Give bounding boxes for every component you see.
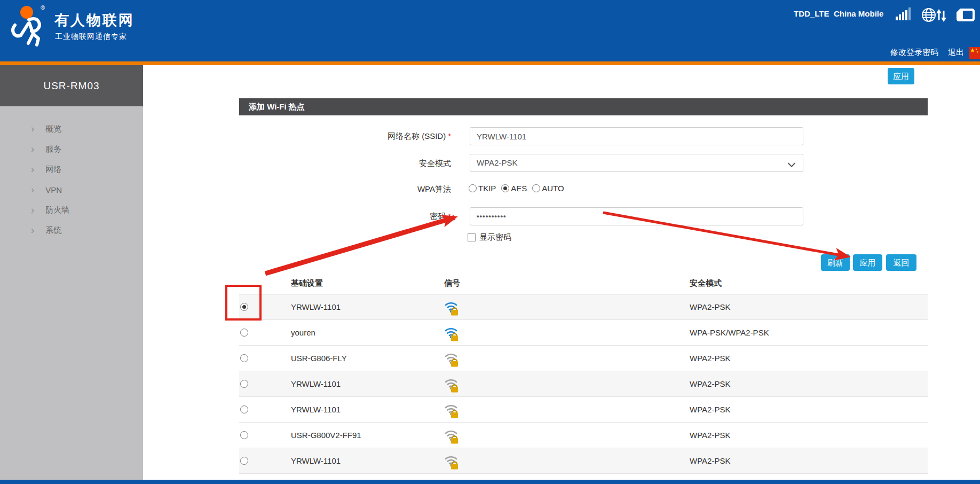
wpa-options: TKIP AES AUTO bbox=[469, 184, 567, 193]
table-row[interactable]: youren WPA-PSK/WPA2-PSK bbox=[239, 320, 928, 346]
required-asterisk: * bbox=[448, 212, 451, 221]
sidebar-item-label: 服务 bbox=[45, 144, 61, 154]
registered-mark: ® bbox=[41, 4, 45, 11]
back-button[interactable]: 返回 bbox=[886, 254, 916, 271]
table-row[interactable]: YRWLW-1101 WPA2-PSK bbox=[239, 397, 928, 423]
apply-button[interactable]: 应用 bbox=[853, 254, 882, 271]
bottom-blue-bar bbox=[0, 480, 980, 484]
required-asterisk: * bbox=[448, 131, 451, 140]
chevron-right-icon: › bbox=[31, 184, 34, 194]
top-header: ® 有人物联网 工业物联网通信专家 TDD_LTE China Mobile bbox=[0, 0, 980, 61]
logout-link[interactable]: 退出 bbox=[948, 48, 964, 58]
sidebar-item[interactable]: › 防火墙 bbox=[0, 200, 143, 220]
security-cell: WPA2-PSK bbox=[690, 405, 730, 414]
security-cell: WPA-PSK/WPA2-PSK bbox=[690, 328, 769, 337]
security-cell: WPA2-PSK bbox=[690, 354, 730, 363]
chevron-right-icon: › bbox=[31, 123, 34, 134]
ssid-cell: USR-G806-FLY bbox=[291, 354, 347, 363]
sidebar-item-label: 系统 bbox=[45, 225, 61, 236]
annotation-arrow-password bbox=[265, 217, 455, 274]
wpa-option[interactable]: TKIP bbox=[469, 184, 496, 193]
sim-card-icon bbox=[955, 7, 976, 25]
row-select-radio[interactable] bbox=[240, 431, 248, 439]
row-select-radio[interactable] bbox=[240, 303, 248, 311]
ssid-cell: youren bbox=[291, 328, 315, 337]
col-basic-settings: 基础设置 bbox=[291, 278, 323, 288]
row-select-radio[interactable] bbox=[240, 354, 248, 362]
table-row[interactable]: USR-G800V2-FF91 WPA2-PSK bbox=[239, 423, 928, 448]
sidebar-item[interactable]: › 系统 bbox=[0, 220, 143, 240]
security-cell: WPA2-PSK bbox=[690, 379, 730, 388]
col-signal: 信号 bbox=[444, 278, 460, 288]
password-input[interactable]: •••••••••• bbox=[470, 207, 803, 225]
security-cell: WPA2-PSK bbox=[690, 302, 730, 311]
chevron-right-icon: › bbox=[31, 144, 34, 154]
password-label: 密码* bbox=[239, 212, 451, 222]
network-type-label: TDD_LTE bbox=[794, 9, 829, 18]
carrier-label: China Mobile bbox=[834, 9, 883, 18]
brand-title: 有人物联网 bbox=[54, 11, 135, 30]
sidebar-menu: › 概览 › 服务 › 网络 › VPN › 防火墙 › 系统 bbox=[0, 119, 143, 240]
chevron-right-icon: › bbox=[31, 164, 34, 174]
accent-divider bbox=[0, 61, 980, 65]
signal-bars-icon bbox=[896, 6, 913, 24]
col-security-mode: 安全模式 bbox=[690, 278, 722, 288]
ssid-cell: USR-G800V2-FF91 bbox=[291, 431, 361, 440]
security-mode-label: 安全模式 bbox=[239, 159, 451, 169]
refresh-button[interactable]: 刷新 bbox=[821, 254, 850, 271]
table-row[interactable]: YRWLW-1101 WPA2-PSK bbox=[239, 294, 928, 320]
wifi-lock-signal-icon bbox=[444, 350, 459, 369]
ssid-cell: YRWLW-1101 bbox=[291, 456, 341, 465]
sidebar-item-label: 概览 bbox=[45, 124, 61, 134]
sidebar-item[interactable]: › VPN bbox=[0, 179, 143, 200]
security-cell: WPA2-PSK bbox=[690, 456, 730, 465]
security-cell: WPA2-PSK bbox=[690, 431, 730, 440]
wpa-algorithm-label: WPA算法 bbox=[239, 184, 451, 194]
table-header: 基础设置 信号 安全模式 bbox=[239, 275, 928, 294]
row-select-radio[interactable] bbox=[240, 329, 248, 337]
sidebar-item-label: 防火墙 bbox=[45, 205, 69, 215]
wifi-lock-signal-icon bbox=[444, 324, 459, 344]
show-password-checkbox[interactable] bbox=[468, 233, 476, 241]
wifi-lock-signal-icon bbox=[444, 376, 459, 395]
chevron-right-icon: › bbox=[31, 205, 34, 215]
wifi-lock-signal-icon bbox=[444, 401, 459, 420]
sidebar-item[interactable]: › 概览 bbox=[0, 119, 143, 139]
chevron-down-icon bbox=[788, 160, 795, 167]
row-select-radio[interactable] bbox=[240, 380, 248, 388]
apply-button-top[interactable]: 应用 bbox=[888, 68, 914, 84]
china-flag-icon[interactable]: ★ ★ ★ bbox=[969, 47, 980, 59]
wpa-option-label: AUTO bbox=[542, 184, 564, 193]
table-row[interactable]: YRWLW-1101 WPA2-PSK bbox=[239, 371, 928, 397]
sidebar-item-label: 网络 bbox=[45, 165, 61, 175]
ssid-input[interactable] bbox=[470, 127, 803, 145]
sidebar-item[interactable]: › 网络 bbox=[0, 159, 143, 179]
ssid-cell: YRWLW-1101 bbox=[291, 379, 341, 388]
chevron-right-icon: › bbox=[31, 225, 34, 235]
ssid-cell: YRWLW-1101 bbox=[291, 405, 341, 414]
sidebar: USR-RM03 › 概览 › 服务 › 网络 › VPN › 防火墙 › 系统 bbox=[0, 65, 143, 484]
wifi-lock-signal-icon bbox=[444, 427, 459, 446]
wpa-option[interactable]: AES bbox=[501, 184, 527, 193]
wpa-option[interactable]: AUTO bbox=[532, 184, 564, 193]
table-row[interactable]: YRWLW-1101 WPA2-PSK bbox=[239, 448, 928, 474]
form-title-bar: 添加 Wi-Fi 热点 bbox=[239, 98, 928, 115]
wpa-radio[interactable] bbox=[501, 184, 509, 192]
row-select-radio[interactable] bbox=[240, 405, 248, 413]
sidebar-item[interactable]: › 服务 bbox=[0, 139, 143, 159]
wifi-lock-signal-icon bbox=[444, 299, 459, 318]
sidebar-item-label: VPN bbox=[45, 185, 62, 194]
wpa-radio[interactable] bbox=[469, 184, 477, 192]
table-row[interactable]: USR-G806-FLY WPA2-PSK bbox=[239, 346, 928, 371]
row-select-radio[interactable] bbox=[240, 457, 248, 465]
security-mode-select[interactable]: WPA2-PSK bbox=[470, 154, 803, 172]
wpa-option-label: TKIP bbox=[478, 184, 496, 193]
usr-iot-logo-icon: ® bbox=[7, 3, 51, 49]
wifi-scan-table: 基础设置 信号 安全模式 YRWLW-1101 WPA2 bbox=[239, 275, 928, 484]
brand-subtitle: 工业物联网通信专家 bbox=[55, 32, 127, 42]
show-password-row: 显示密码 bbox=[468, 232, 511, 243]
page: ® 有人物联网 工业物联网通信专家 TDD_LTE China Mobile bbox=[0, 0, 980, 484]
change-password-link[interactable]: 修改登录密码 bbox=[890, 48, 938, 58]
ssid-label: 网络名称 (SSID)* bbox=[239, 131, 451, 142]
wpa-radio[interactable] bbox=[532, 184, 540, 192]
